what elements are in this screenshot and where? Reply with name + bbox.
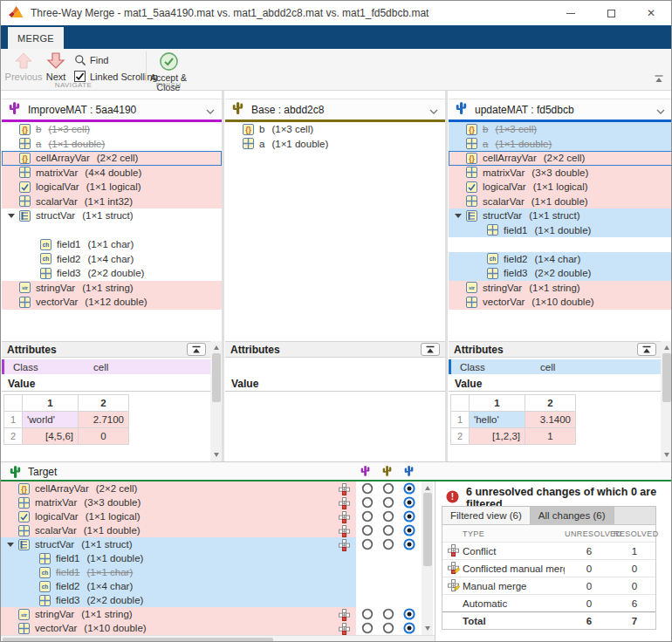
tab-merge[interactable]: MERGE xyxy=(8,27,64,49)
maximize-button[interactable] xyxy=(591,1,631,25)
radio-theirs[interactable] xyxy=(361,524,374,536)
tree-row[interactable]: chfield2(1×4 char) xyxy=(2,252,222,267)
chevron-down-icon[interactable] xyxy=(429,102,438,118)
tree-row[interactable]: matrixVar(3×3 double) xyxy=(449,166,672,181)
tree-row[interactable]: strstringVar(1×1 string) xyxy=(449,281,672,296)
radio-base[interactable] xyxy=(382,538,394,550)
radio-mine[interactable] xyxy=(403,482,415,495)
tree-row[interactable]: scalarVar(1×1 double) xyxy=(449,195,672,209)
radio-base[interactable] xyxy=(382,510,394,522)
tree-row[interactable]: matrixVar(3×3 double) xyxy=(1,495,356,509)
tree-row[interactable]: chfield1(1×1 char) xyxy=(1,565,356,579)
tree-row[interactable]: field3(2×2 double) xyxy=(2,266,222,281)
scrollbar-thumb[interactable] xyxy=(212,353,221,402)
scroll-down-icon[interactable] xyxy=(664,453,669,457)
tree-row[interactable]: {}cellArrayVar(2×2 cell) xyxy=(449,151,672,166)
radio-mine[interactable] xyxy=(403,538,415,550)
panel-header[interactable]: updateMAT : fd5dbcb xyxy=(449,99,672,120)
tree-row[interactable]: field1(1×1 double) xyxy=(1,551,356,565)
radio-base[interactable] xyxy=(382,622,394,634)
radio-mine[interactable] xyxy=(403,496,415,509)
radio-mine[interactable] xyxy=(403,622,415,634)
tab-filtered-view[interactable]: Filtered view (6) xyxy=(442,507,531,524)
scrollbar-thumb[interactable] xyxy=(423,493,432,566)
chevron-down-icon[interactable] xyxy=(206,102,215,118)
find-button[interactable]: Find xyxy=(74,54,108,66)
tree-row[interactable]: field1(1×1 double) xyxy=(449,223,672,238)
scroll-up-icon[interactable] xyxy=(214,345,219,350)
scroll-down-icon[interactable] xyxy=(214,453,219,457)
value-cell[interactable]: 3.1400 xyxy=(525,412,576,428)
tree-row[interactable]: a(1×1 double) xyxy=(2,137,222,152)
tree-row[interactable]: structVar(1×1 struct) xyxy=(1,537,356,551)
scrollbar-thumb[interactable] xyxy=(3,638,273,642)
tree-row[interactable]: vectorVar(1×10 double) xyxy=(1,621,356,635)
attributes-scrollbar[interactable] xyxy=(210,341,222,461)
radio-base[interactable] xyxy=(382,608,394,620)
panel-header[interactable]: Base : abdd2c8 xyxy=(225,99,445,120)
tree-row[interactable]: scalarVar(1×1 double) xyxy=(1,523,356,537)
previous-button[interactable]: Previous xyxy=(4,51,43,82)
radio-theirs[interactable] xyxy=(361,622,374,634)
tree-row[interactable]: logicalVar(1×1 logical) xyxy=(1,509,356,523)
panel-header[interactable]: ImproveMAT : 5aa4190 xyxy=(2,99,222,120)
radio-theirs[interactable] xyxy=(361,496,374,509)
value-table-row[interactable]: 2[4,5,6]0 xyxy=(4,428,129,445)
next-button[interactable]: Next xyxy=(42,51,70,82)
scroll-up-icon[interactable] xyxy=(664,345,669,350)
value-table-row[interactable]: 1'world'2.7100 xyxy=(4,412,129,428)
target-horizontal-scrollbar[interactable] xyxy=(1,635,435,642)
radio-base[interactable] xyxy=(382,496,394,509)
tree-row[interactable]: logicalVar(1×1 logical) xyxy=(449,180,672,195)
radio-base[interactable] xyxy=(382,482,394,495)
panel-divider[interactable] xyxy=(445,91,448,461)
expander-icon[interactable] xyxy=(8,214,15,218)
radio-mine[interactable] xyxy=(403,510,415,522)
tree-row[interactable]: {}b(1×3 cell) xyxy=(2,122,222,137)
radio-theirs[interactable] xyxy=(361,608,374,620)
tree-row[interactable]: structVar(1×1 struct) xyxy=(2,208,222,223)
value-table-row[interactable]: 2[1,2,3]1 xyxy=(451,428,576,445)
scroll-down-icon[interactable] xyxy=(425,626,430,631)
value-table-row[interactable]: 1'hello'3.1400 xyxy=(451,412,576,428)
tab-all-changes[interactable]: All changes (6) xyxy=(531,507,614,524)
tree-row[interactable]: strstringVar(1×1 string) xyxy=(2,281,222,296)
tree-row[interactable]: chfield2(1×4 char) xyxy=(449,252,672,267)
class-row[interactable]: Classcell xyxy=(449,359,672,374)
tree-row[interactable]: vectorVar(1×12 double) xyxy=(2,295,222,310)
collapse-panel-button[interactable] xyxy=(637,343,656,356)
collapse-panel-button[interactable] xyxy=(421,343,440,356)
value-cell[interactable]: [1,2,3] xyxy=(470,428,525,445)
radio-theirs[interactable] xyxy=(361,538,374,550)
tree-row[interactable]: chfield2(1×4 char) xyxy=(1,579,356,593)
value-cell[interactable]: 'hello' xyxy=(470,412,525,428)
tree-row[interactable]: matrixVar(4×4 double) xyxy=(2,166,222,181)
collapse-ribbon-icon[interactable] xyxy=(654,72,664,87)
tree-row[interactable]: {}b(1×3 cell) xyxy=(225,122,445,137)
scroll-up-icon[interactable] xyxy=(425,486,430,490)
tree-row[interactable]: {}cellArrayVar(2×2 cell) xyxy=(1,482,356,495)
class-row[interactable] xyxy=(225,359,445,374)
tree-row[interactable]: scalarVar(1×1 int32) xyxy=(2,195,222,209)
panel-divider[interactable] xyxy=(222,91,224,461)
minimize-button[interactable] xyxy=(551,1,591,25)
tree-row[interactable]: field3(2×2 double) xyxy=(449,266,672,281)
expander-icon[interactable] xyxy=(7,543,14,547)
radio-theirs[interactable] xyxy=(361,510,374,522)
value-cell[interactable]: 2.7100 xyxy=(79,412,129,428)
value-cell[interactable]: 0 xyxy=(79,428,129,445)
tree-row[interactable]: strstringVar(1×1 string) xyxy=(1,607,356,621)
value-cell[interactable]: [4,5,6] xyxy=(23,428,79,445)
class-row[interactable]: Classcell xyxy=(2,359,222,374)
tree-row[interactable]: a(1×1 double) xyxy=(449,137,672,152)
value-cell[interactable]: 1 xyxy=(525,428,576,445)
collapse-panel-button[interactable] xyxy=(187,343,206,356)
tree-row[interactable]: logicalVar(1×1 logical) xyxy=(2,180,222,195)
value-cell[interactable]: 'world' xyxy=(23,412,79,428)
radio-mine[interactable] xyxy=(403,524,415,536)
tree-row[interactable]: field3(2×2 double) xyxy=(1,593,356,607)
radio-theirs[interactable] xyxy=(361,482,374,495)
radio-mine[interactable] xyxy=(403,608,415,620)
tree-row[interactable]: chfield1(1×1 char) xyxy=(2,237,222,252)
tree-row[interactable]: {}b(1×3 cell) xyxy=(449,122,672,137)
